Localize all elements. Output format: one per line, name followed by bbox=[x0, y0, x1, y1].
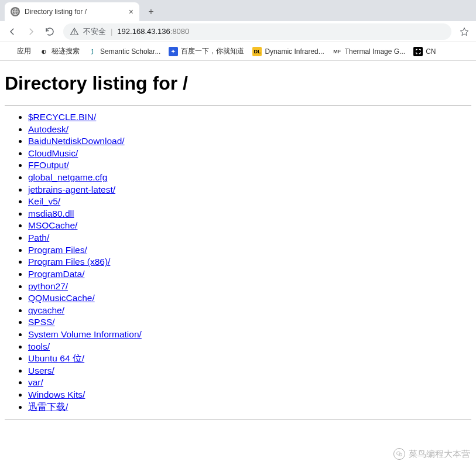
apps-label: 应用 bbox=[17, 46, 31, 56]
list-item: BaiduNetdiskDownload/ bbox=[28, 135, 471, 148]
directory-link[interactable]: ProgramData/ bbox=[28, 269, 84, 279]
bookmark-item[interactable]: ◐秘迹搜索 bbox=[39, 46, 80, 56]
directory-link[interactable]: System Volume Information/ bbox=[28, 329, 142, 339]
page-title: Directory listing for / bbox=[5, 73, 471, 94]
list-item: CloudMusic/ bbox=[28, 148, 471, 160]
watermark: 菜鸟编程大本营 bbox=[393, 448, 470, 460]
directory-link[interactable]: $RECYCLE.BIN/ bbox=[28, 112, 96, 122]
bookmark-label: CN bbox=[426, 47, 436, 56]
bookmark-item[interactable]: MFThermal Image G... bbox=[333, 47, 405, 56]
bookmark-label: Thermal Image G... bbox=[345, 47, 405, 56]
list-item: 迅雷下载/ bbox=[28, 401, 471, 414]
list-item: SPSS/ bbox=[28, 316, 471, 329]
bookmark-item[interactable]: ⛶CN bbox=[413, 47, 436, 56]
bookmark-icon: ⛶ bbox=[413, 47, 423, 56]
bookmark-icon: ◐ bbox=[39, 47, 49, 56]
list-item: System Volume Information/ bbox=[28, 329, 471, 341]
globe-icon bbox=[11, 7, 20, 16]
list-item: FFOutput/ bbox=[28, 159, 471, 172]
list-item: Program Files/ bbox=[28, 244, 471, 257]
bookmarks-bar: 应用 ◐秘迹搜索⟆Semantic Scholar...✦百度一下，你就知道DL… bbox=[0, 42, 476, 61]
list-item: var/ bbox=[28, 377, 471, 389]
list-item: $RECYCLE.BIN/ bbox=[28, 111, 471, 124]
apps-button[interactable]: 应用 bbox=[5, 46, 31, 56]
list-item: msdia80.dll bbox=[28, 208, 471, 220]
address-bar[interactable]: 不安全 | 192.168.43.136:8080 bbox=[63, 23, 451, 40]
hr-bottom bbox=[5, 419, 471, 419]
directory-link[interactable]: python27/ bbox=[28, 281, 68, 291]
directory-link[interactable]: 迅雷下载/ bbox=[28, 402, 68, 412]
close-icon[interactable]: × bbox=[129, 7, 133, 16]
list-item: MSOCache/ bbox=[28, 220, 471, 232]
reload-button[interactable] bbox=[41, 23, 59, 40]
list-item: tools/ bbox=[28, 341, 471, 353]
directory-link[interactable]: Program Files/ bbox=[28, 245, 87, 255]
directory-link[interactable]: Users/ bbox=[28, 365, 54, 375]
bookmark-label: 秘迹搜索 bbox=[52, 46, 80, 56]
apps-icon bbox=[5, 47, 14, 56]
directory-list: $RECYCLE.BIN/Autodesk/BaiduNetdiskDownlo… bbox=[5, 111, 471, 413]
directory-link[interactable]: qycache/ bbox=[28, 305, 64, 315]
directory-link[interactable]: Ubuntu 64 位/ bbox=[28, 353, 84, 363]
watermark-text: 菜鸟编程大本营 bbox=[409, 449, 470, 460]
bookmark-icon: ⟆ bbox=[88, 47, 97, 56]
bookmark-icon: ✦ bbox=[169, 47, 178, 56]
directory-link[interactable]: msdia80.dll bbox=[28, 209, 74, 218]
bookmark-item[interactable]: ✦百度一下，你就知道 bbox=[169, 46, 244, 56]
directory-link[interactable]: BaiduNetdiskDownload/ bbox=[28, 136, 125, 146]
directory-link[interactable]: Program Files (x86)/ bbox=[28, 257, 110, 267]
browser-chrome: Directory listing for / × + 不安全 | 192.16… bbox=[0, 0, 476, 61]
list-item: jetbrains-agent-latest/ bbox=[28, 184, 471, 196]
tab-title: Directory listing for / bbox=[25, 8, 124, 16]
list-item: Keil_v5/ bbox=[28, 196, 471, 208]
url-text: 192.168.43.136:8080 bbox=[117, 27, 189, 36]
directory-link[interactable]: Path/ bbox=[28, 233, 49, 242]
directory-link[interactable]: tools/ bbox=[28, 341, 50, 351]
list-item: Path/ bbox=[28, 232, 471, 244]
list-item: ProgramData/ bbox=[28, 268, 471, 281]
directory-link[interactable]: QQMusicCache/ bbox=[28, 293, 95, 303]
directory-link[interactable]: jetbrains-agent-latest/ bbox=[28, 185, 115, 194]
bookmark-star-icon[interactable] bbox=[456, 27, 472, 36]
list-item: qycache/ bbox=[28, 305, 471, 317]
directory-link[interactable]: SPSS/ bbox=[28, 317, 55, 327]
list-item: Users/ bbox=[28, 365, 471, 377]
directory-link[interactable]: Autodesk/ bbox=[28, 124, 69, 134]
bookmark-label: Dynamic Infrared... bbox=[265, 47, 324, 56]
browser-tab[interactable]: Directory listing for / × bbox=[5, 2, 139, 21]
list-item: Program Files (x86)/ bbox=[28, 256, 471, 268]
list-item: QQMusicCache/ bbox=[28, 292, 471, 305]
tab-strip: Directory listing for / × + bbox=[0, 0, 476, 21]
list-item: Windows Kits/ bbox=[28, 389, 471, 401]
url-port: :8080 bbox=[170, 27, 190, 36]
insecure-label: 不安全 bbox=[83, 26, 106, 37]
list-item: Ubuntu 64 位/ bbox=[28, 353, 471, 365]
divider: | bbox=[111, 27, 112, 36]
bookmark-label: 百度一下，你就知道 bbox=[181, 46, 244, 56]
bookmark-icon: MF bbox=[333, 47, 342, 56]
bookmark-item[interactable]: DLDynamic Infrared... bbox=[252, 47, 324, 56]
wechat-icon bbox=[393, 448, 405, 460]
page-content: Directory listing for / $RECYCLE.BIN/Aut… bbox=[0, 61, 476, 430]
new-tab-button[interactable]: + bbox=[143, 4, 159, 20]
directory-link[interactable]: MSOCache/ bbox=[28, 220, 77, 230]
url-host: 192.168.43.136 bbox=[117, 27, 170, 36]
forward-button[interactable] bbox=[22, 23, 40, 40]
hr-top bbox=[5, 105, 471, 105]
bookmark-label: Semantic Scholar... bbox=[100, 47, 160, 56]
bookmark-item[interactable]: ⟆Semantic Scholar... bbox=[88, 47, 160, 56]
directory-link[interactable]: Keil_v5/ bbox=[28, 196, 60, 206]
directory-link[interactable]: Windows Kits/ bbox=[28, 390, 85, 399]
bookmark-icon: DL bbox=[252, 47, 262, 56]
list-item: Autodesk/ bbox=[28, 124, 471, 136]
toolbar: 不安全 | 192.168.43.136:8080 bbox=[0, 21, 476, 42]
back-button[interactable] bbox=[4, 23, 21, 40]
list-item: python27/ bbox=[28, 281, 471, 293]
directory-link[interactable]: FFOutput/ bbox=[28, 160, 69, 170]
list-item: global_netgame.cfg bbox=[28, 172, 471, 184]
warning-icon bbox=[70, 28, 78, 36]
directory-link[interactable]: var/ bbox=[28, 377, 43, 387]
directory-link[interactable]: CloudMusic/ bbox=[28, 148, 78, 158]
directory-link[interactable]: global_netgame.cfg bbox=[28, 172, 107, 182]
